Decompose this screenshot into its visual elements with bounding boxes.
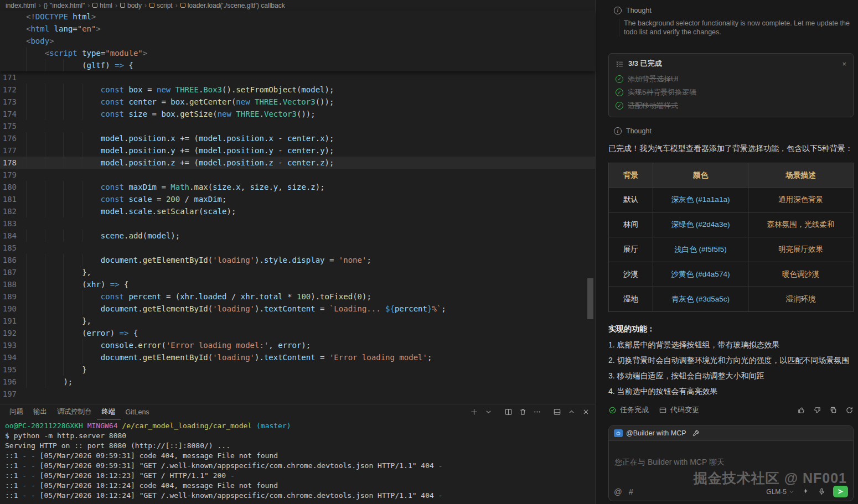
code-token: html xyxy=(73,12,91,21)
breadcrumb-item[interactable]: {}"index.html" xyxy=(44,2,85,9)
code-line[interactable]: 184scene.add(model); xyxy=(0,230,595,242)
code-line[interactable]: 174const size = box.getSize(new THREE.Ve… xyxy=(0,108,595,120)
code-line[interactable]: 189const percent = (xhr.loaded / xhr.tot… xyxy=(0,290,595,303)
todo-close-icon[interactable]: × xyxy=(842,60,846,68)
code-token: <! xyxy=(26,12,35,21)
code-line[interactable]: 171 xyxy=(0,71,595,84)
line-number: 192 xyxy=(0,327,26,339)
code-changes-button[interactable]: 代码变更 xyxy=(659,405,699,415)
code-line[interactable]: 197 xyxy=(0,388,595,400)
hash-icon[interactable]: # xyxy=(629,487,633,496)
mention-icon[interactable]: @ xyxy=(614,487,622,496)
tools-icon[interactable] xyxy=(691,429,701,438)
breadcrumb-item[interactable]: script xyxy=(149,2,173,9)
code-token: display xyxy=(292,256,329,264)
code-line[interactable]: 188(xhr) => { xyxy=(0,278,595,290)
panel-tab[interactable]: 输出 xyxy=(28,404,52,419)
breadcrumb-item[interactable]: html xyxy=(92,2,112,9)
sticky-line[interactable]: <body> xyxy=(0,35,595,47)
chat-input[interactable] xyxy=(609,441,853,482)
panel-tab[interactable]: 问题 xyxy=(4,404,28,419)
table-cell: 深灰色 (#1a1a1a) xyxy=(653,188,748,212)
code-token: center xyxy=(287,134,316,143)
symbol-icon xyxy=(92,3,97,8)
copy-icon[interactable] xyxy=(829,406,838,414)
code-token: percent xyxy=(128,292,166,301)
code-lines[interactable]: 171172const box = new THREE.Box3().setFr… xyxy=(0,71,595,404)
code-token: script xyxy=(49,49,82,58)
panel-tab[interactable]: 终端 xyxy=(97,404,121,419)
code-line[interactable]: 183 xyxy=(0,217,595,230)
panel-tab[interactable]: 调试控制台 xyxy=(52,404,97,419)
code-token: . xyxy=(185,97,189,106)
code-token: ); xyxy=(325,85,334,94)
table-cell: 湿润环境 xyxy=(748,287,854,312)
close-panel-icon[interactable] xyxy=(581,407,591,417)
thought-header-2[interactable]: i Thought xyxy=(614,127,854,135)
code-line[interactable]: 180const maxDim = Math.max(size.x, size.… xyxy=(0,181,595,193)
code-token: ( xyxy=(353,292,357,301)
code-line[interactable]: 193console.error('Error loading model:',… xyxy=(0,339,595,351)
agent-chip[interactable]: @Builder with MCP xyxy=(614,429,686,437)
split-terminal-icon[interactable] xyxy=(504,407,513,417)
code-line[interactable]: 185 xyxy=(0,242,595,254)
code-token: ); xyxy=(170,231,180,240)
sticky-line[interactable]: <!DOCTYPE html> xyxy=(0,11,595,23)
code-token: - xyxy=(278,146,287,155)
code-token: ). xyxy=(255,353,264,362)
code-line[interactable]: 191}, xyxy=(0,315,595,327)
code-line[interactable]: 181const scale = 200 / maxDim; xyxy=(0,193,595,205)
code-line[interactable]: 176model.position.x += (model.position.x… xyxy=(0,132,595,144)
kill-terminal-icon[interactable] xyxy=(518,407,528,417)
code-line[interactable]: 190document.getElementById('loading').te… xyxy=(0,303,595,315)
sticky-line[interactable]: (gltf) => { xyxy=(0,59,595,71)
sticky-line[interactable]: <html lang="en"> xyxy=(0,23,595,35)
line-number xyxy=(0,59,26,71)
code-token: toFixed xyxy=(320,292,353,301)
mic-icon[interactable] xyxy=(817,487,826,496)
code-token: . xyxy=(222,134,226,143)
code-line[interactable]: 178model.position.z += (model.position.z… xyxy=(0,157,595,169)
assistant-summary: 已完成！我为汽车模型查看器添加了背景选择功能，包含以下5种背景： xyxy=(608,143,854,154)
new-terminal-icon[interactable] xyxy=(469,407,479,417)
thumbs-down-icon[interactable] xyxy=(813,406,821,414)
code-line[interactable]: 187}, xyxy=(0,266,595,278)
code-line[interactable]: 192(error) => { xyxy=(0,327,595,339)
code-line[interactable]: 173const center = box.getCenter(new THRE… xyxy=(0,96,595,108)
breadcrumb-item[interactable]: loader.load('./scene.gltf') callback xyxy=(180,2,285,9)
breadcrumb-item[interactable]: body xyxy=(120,2,142,9)
code-line[interactable]: 186document.getElementById('loading').st… xyxy=(0,254,595,266)
task-complete-badge[interactable]: 任务完成 xyxy=(608,405,649,415)
terminal-dropdown-icon[interactable] xyxy=(484,407,493,417)
code-line[interactable]: 179 xyxy=(0,169,595,181)
model-selector[interactable]: GLM-5 xyxy=(766,488,794,496)
breadcrumb-item[interactable]: index.html xyxy=(6,2,36,9)
line-number: 176 xyxy=(0,132,26,144)
send-button[interactable] xyxy=(833,486,848,497)
code-token: . xyxy=(222,146,226,155)
more-actions-icon[interactable] xyxy=(533,407,542,417)
code-token: size xyxy=(250,183,269,191)
thought-header-1[interactable]: i Thought xyxy=(614,7,854,14)
code-token: y xyxy=(320,146,324,155)
code-line[interactable]: 196); xyxy=(0,376,595,388)
code-line[interactable]: 172const box = new THREE.Box3().setFromO… xyxy=(0,84,595,96)
code-line[interactable]: 175 xyxy=(0,120,595,132)
code-line[interactable]: 195} xyxy=(0,363,595,376)
table-cell: 森林氛围，光线柔和 xyxy=(748,212,854,237)
thumbs-up-icon[interactable] xyxy=(797,406,805,414)
editor-scrollbar[interactable] xyxy=(587,278,593,319)
code-line[interactable]: 182model.scale.setScalar(scale); xyxy=(0,205,595,217)
panel-layout-icon[interactable] xyxy=(552,407,562,417)
terminal-output[interactable]: oo@PC-20211228GXKH MINGW64 /e/car_model_… xyxy=(0,419,595,504)
code-line[interactable]: 194document.getElementById('loading').te… xyxy=(0,351,595,363)
code-line[interactable]: 177model.position.y += (model.position.y… xyxy=(0,144,595,157)
chevron-down-icon xyxy=(789,489,794,495)
code-token: const xyxy=(101,97,129,106)
sticky-line[interactable]: <script type="module"> xyxy=(0,47,595,59)
panel-tab[interactable]: GitLens xyxy=(121,404,154,419)
sparkle-icon[interactable] xyxy=(801,487,810,496)
check-circle-icon: ✓ xyxy=(616,75,623,83)
maximize-panel-icon[interactable] xyxy=(567,407,576,417)
regenerate-icon[interactable] xyxy=(845,406,854,414)
